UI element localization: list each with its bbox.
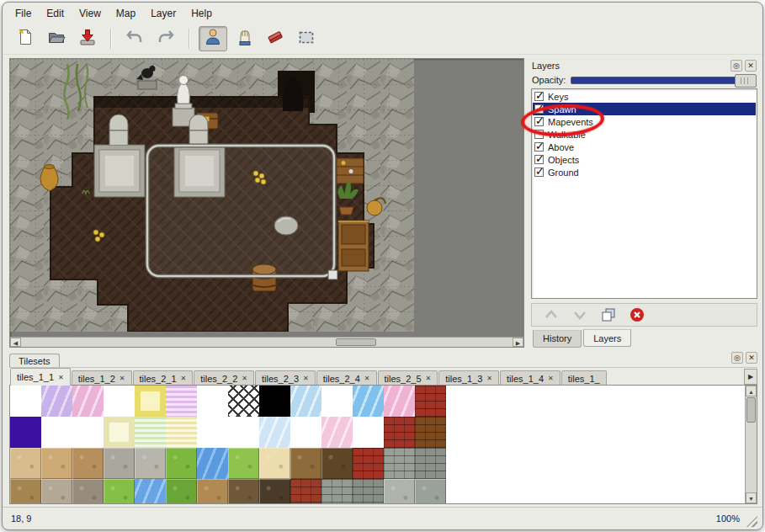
menu-file[interactable]: File	[8, 6, 39, 21]
layer-visibility-checkbox[interactable]	[534, 168, 544, 177]
tileset-tile[interactable]	[197, 479, 228, 504]
tileset-tile[interactable]	[321, 448, 353, 479]
tileset-tile[interactable]	[228, 417, 259, 448]
tileset-tile[interactable]	[41, 386, 72, 417]
float-panel-icon[interactable]: ◎	[731, 352, 743, 364]
resize-grip-icon[interactable]	[746, 516, 757, 527]
tileset-tile[interactable]	[166, 479, 197, 504]
tileset-tile[interactable]	[353, 448, 384, 479]
tileset-tile[interactable]	[259, 417, 290, 448]
tileset-tile[interactable]	[41, 417, 72, 448]
layer-row-above[interactable]: Above	[533, 141, 756, 153]
open-button[interactable]	[42, 26, 71, 51]
tileset-tile[interactable]	[10, 448, 41, 479]
tileset-tile[interactable]	[197, 417, 228, 448]
tileset-tile[interactable]	[10, 479, 41, 504]
save-button[interactable]	[73, 26, 102, 51]
tileset-tile[interactable]	[290, 479, 321, 504]
layer-visibility-checkbox[interactable]	[534, 104, 544, 114]
tileset-tile[interactable]	[135, 448, 166, 479]
tileset-tile[interactable]	[259, 479, 290, 504]
tileset-tile[interactable]	[290, 386, 321, 417]
tileset-tile[interactable]	[104, 448, 135, 479]
tileset-tile[interactable]	[135, 417, 166, 448]
tileset-tile[interactable]	[166, 386, 197, 417]
tileset-tab-tiles_2_5[interactable]: tiles_2_5✕	[378, 370, 438, 386]
tileset-tile[interactable]	[197, 386, 228, 417]
tileset-tile[interactable]	[10, 386, 41, 417]
tileset-vertical-scrollbar[interactable]: ▲ ▼	[745, 386, 757, 503]
layer-visibility-checkbox[interactable]	[534, 117, 544, 126]
tileset-tab-tiles_1_[interactable]: tiles_1_	[561, 370, 607, 386]
layer-row-ground[interactable]: Ground	[533, 166, 756, 178]
stamp-tool-button[interactable]	[199, 26, 227, 51]
tileset-tile[interactable]	[104, 417, 135, 448]
menu-help[interactable]: Help	[183, 6, 220, 21]
tileset-tile[interactable]	[104, 386, 135, 417]
tileset-tile[interactable]	[41, 479, 72, 504]
tileset-tile[interactable]	[384, 479, 415, 504]
layer-visibility-checkbox[interactable]	[534, 155, 544, 164]
close-tab-icon[interactable]: ✕	[426, 375, 432, 382]
scroll-right-icon[interactable]: ▶	[513, 338, 523, 347]
tileset-tab-tiles_1_1[interactable]: tiles_1_1✕	[10, 368, 71, 386]
tileset-view[interactable]: ▲ ▼	[9, 385, 757, 504]
tileset-tile[interactable]	[72, 417, 104, 448]
tileset-tile[interactable]	[353, 479, 384, 504]
tileset-tile[interactable]	[72, 479, 104, 504]
tileset-tile[interactable]	[10, 417, 41, 448]
menu-map[interactable]: Map	[109, 6, 143, 21]
tileset-tile[interactable]	[259, 386, 290, 417]
close-panel-icon[interactable]: ✕	[746, 352, 757, 364]
float-panel-icon[interactable]: ◎	[730, 60, 742, 72]
select-tool-button[interactable]	[292, 26, 321, 51]
layer-row-objects[interactable]: Objects	[533, 153, 756, 166]
layer-row-walkable[interactable]: Walkable	[533, 128, 756, 141]
delete-layer-button[interactable]	[628, 306, 646, 323]
map-canvas-area[interactable]: ◀ ▶	[9, 58, 524, 348]
new-file-button[interactable]	[11, 26, 40, 51]
close-tab-icon[interactable]: ✕	[548, 375, 554, 382]
scrollbar-thumb[interactable]	[336, 338, 376, 346]
tileset-tile[interactable]	[384, 417, 415, 448]
tileset-tile[interactable]	[135, 386, 166, 417]
tileset-tab-tiles_2_2[interactable]: tiles_2_2✕	[194, 370, 254, 386]
menu-edit[interactable]: Edit	[39, 6, 72, 21]
canvas-horizontal-scrollbar[interactable]: ◀ ▶	[10, 337, 523, 347]
opacity-slider[interactable]	[571, 77, 757, 84]
tileset-tile[interactable]	[321, 479, 353, 504]
layer-row-spawn[interactable]: Spawn	[533, 103, 756, 115]
tileset-tile[interactable]	[384, 448, 415, 479]
tileset-tile[interactable]	[228, 479, 259, 504]
tileset-tile[interactable]	[166, 448, 197, 479]
scroll-left-icon[interactable]: ◀	[10, 338, 21, 347]
scroll-up-icon[interactable]: ▲	[746, 386, 757, 396]
tileset-tile[interactable]	[197, 448, 228, 479]
opacity-slider-handle[interactable]	[735, 74, 757, 88]
tab-history[interactable]: History	[533, 330, 582, 348]
redo-button[interactable]	[151, 26, 180, 51]
layer-visibility-checkbox[interactable]	[534, 92, 544, 101]
tab-scroll-right-button[interactable]: ▶	[744, 369, 757, 385]
undo-button[interactable]	[120, 26, 149, 51]
tileset-tile[interactable]	[321, 386, 353, 417]
tileset-tab-tiles_1_3[interactable]: tiles_1_3✕	[438, 370, 499, 386]
close-tab-icon[interactable]: ✕	[120, 375, 125, 382]
tileset-tile[interactable]	[228, 386, 259, 417]
tileset-tile[interactable]	[228, 448, 259, 479]
scrollbar-track[interactable]	[746, 396, 757, 492]
move-layer-up-button[interactable]	[542, 306, 560, 323]
layer-visibility-checkbox[interactable]	[534, 130, 544, 139]
tileset-tile[interactable]	[135, 479, 166, 504]
scrollbar-track[interactable]	[21, 338, 513, 347]
close-tab-icon[interactable]: ✕	[58, 374, 64, 381]
close-panel-icon[interactable]: ✕	[745, 60, 757, 72]
tileset-tab-tiles_2_1[interactable]: tiles_2_1✕	[133, 370, 194, 386]
tileset-tile[interactable]	[353, 417, 384, 448]
tileset-tile[interactable]	[290, 448, 321, 479]
tileset-tab-tiles_1_2[interactable]: tiles_1_2✕	[72, 370, 132, 386]
tileset-tile[interactable]	[353, 386, 384, 417]
layer-row-mapevents[interactable]: Mapevents	[533, 115, 756, 128]
eraser-tool-button[interactable]	[261, 26, 290, 51]
layer-visibility-checkbox[interactable]	[534, 142, 544, 152]
